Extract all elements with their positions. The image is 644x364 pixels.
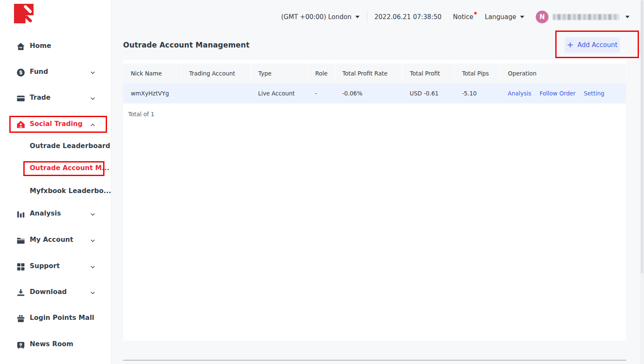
chevron-up-icon <box>90 122 96 128</box>
total-count-text: Total of 1 <box>128 111 626 118</box>
topbar-divider <box>367 12 367 22</box>
chevron-down-icon <box>90 96 96 101</box>
cell-total-profit-rate: -0.06% <box>335 83 402 104</box>
timezone-selector[interactable]: (GMT +00:00) London <box>281 13 360 21</box>
notice-badge-dot <box>474 12 477 14</box>
sidebar-item-outrade-account-management[interactable]: Outrade Account M... <box>0 160 112 177</box>
sidebar-item-login-points-mall[interactable]: Login Points Mall <box>0 310 112 327</box>
cell-nick-name: wmXyHztVYg <box>123 83 181 104</box>
timezone-label: (GMT +00:00) London <box>281 13 352 21</box>
sidebar-item-myfxbook-leaderboard[interactable]: Myfxbook Leaderbo... <box>0 183 112 200</box>
sidebar: Home $ Fund Trade Social Trading Outrade… <box>0 0 112 364</box>
datetime-display: 2022.06.21 07:38:50 <box>374 13 442 21</box>
caret-down-icon <box>355 16 360 18</box>
logo-slash-white <box>23 5 32 14</box>
download-icon <box>16 288 25 297</box>
table-row: wmXyHztVYg Live Account - -0.06% USD -0.… <box>123 83 626 104</box>
accounts-card: Nick Name Trading Account Type Role Tota… <box>123 60 626 341</box>
sidebar-item-label: Analysis <box>30 210 61 217</box>
chevron-down-icon <box>90 290 96 296</box>
sidebar-item-label: Myfxbook Leaderbo... <box>30 187 111 195</box>
setting-link[interactable]: Setting <box>584 90 604 97</box>
footer-divider <box>123 360 626 361</box>
sidebar-item-trade[interactable]: Trade <box>0 90 112 107</box>
column-header-nick-name: Nick Name <box>123 64 181 83</box>
table-header-row: Nick Name Trading Account Type Role Tota… <box>123 64 626 83</box>
sidebar-item-label: Home <box>30 42 51 50</box>
sidebar-item-label: Fund <box>30 68 48 76</box>
add-account-button[interactable]: + Add Account <box>565 37 620 53</box>
chevron-down-icon <box>90 238 96 244</box>
dollar-coin-icon: $ <box>16 68 25 77</box>
cell-total-profit: USD -0.61 <box>402 83 454 104</box>
language-label: Language <box>485 13 516 21</box>
folder-icon <box>16 236 25 245</box>
svg-text:$: $ <box>19 70 22 76</box>
scrollbar-thumb[interactable] <box>641 0 644 274</box>
sidebar-item-label: Outrade Leaderboard <box>30 142 110 150</box>
home-icon <box>16 42 25 51</box>
notice-button[interactable]: Notice <box>453 13 473 21</box>
bar-chart-icon <box>16 210 25 219</box>
sidebar-item-social-trading[interactable]: Social Trading <box>0 116 112 133</box>
cell-operation: Analysis Follow Order Setting <box>500 83 626 104</box>
follow-order-link[interactable]: Follow Order <box>540 90 576 97</box>
sidebar-item-news-room[interactable]: News Room <box>0 336 112 353</box>
language-selector[interactable]: Language <box>485 13 524 21</box>
column-header-type: Type <box>250 64 307 83</box>
cell-total-pips: -5.10 <box>454 83 500 104</box>
column-header-operation: Operation <box>500 64 626 83</box>
grid-icon <box>16 262 25 272</box>
topbar: (GMT +00:00) London 2022.06.21 07:38:50 … <box>112 0 644 34</box>
column-header-trading-account: Trading Account <box>181 64 250 83</box>
chevron-down-icon <box>90 264 96 270</box>
sidebar-item-label: Support <box>30 262 60 270</box>
sidebar-item-support[interactable]: Support <box>0 258 112 275</box>
chevron-down-icon <box>90 212 96 217</box>
sidebar-item-label: Outrade Account M... <box>30 164 110 172</box>
caret-down-icon <box>520 16 524 18</box>
accounts-table: Nick Name Trading Account Type Role Tota… <box>123 64 626 104</box>
add-account-label: Add Account <box>577 41 617 49</box>
brand-logo[interactable] <box>14 4 34 23</box>
wallet-icon <box>16 94 25 103</box>
sidebar-item-analysis[interactable]: Analysis <box>0 206 112 223</box>
column-header-total-profit: Total Profit <box>402 64 454 83</box>
column-header-total-pips: Total Pips <box>454 64 500 83</box>
news-pin-icon <box>16 340 25 350</box>
sidebar-item-label: Trade <box>30 94 51 101</box>
avatar[interactable]: N <box>536 11 548 23</box>
sidebar-item-label: Social Trading <box>30 120 82 128</box>
scrollbar-track[interactable] <box>640 0 644 364</box>
notice-label: Notice <box>453 13 473 21</box>
column-header-total-profit-rate: Total Profit Rate <box>335 64 402 83</box>
sidebar-item-download[interactable]: Download <box>0 284 112 301</box>
sidebar-item-fund[interactable]: $ Fund <box>0 64 112 81</box>
cell-trading-account <box>181 83 250 104</box>
caret-down-icon <box>625 16 630 18</box>
page-title: Outrade Account Management <box>123 41 250 49</box>
gift-icon <box>16 314 25 323</box>
avatar-initial: N <box>540 13 545 21</box>
user-menu[interactable] <box>553 14 630 20</box>
sidebar-item-label: My Account <box>30 236 73 244</box>
sidebar-item-outrade-leaderboard[interactable]: Outrade Leaderboard <box>0 138 112 155</box>
sidebar-item-label: Download <box>30 288 67 296</box>
sidebar-item-label: News Room <box>30 340 73 348</box>
plus-icon: + <box>567 41 574 49</box>
chevron-down-icon <box>90 70 96 76</box>
sidebar-item-label: Login Points Mall <box>30 314 94 322</box>
social-trading-icon <box>16 120 25 129</box>
user-name-blurred <box>553 14 619 20</box>
sidebar-item-my-account[interactable]: My Account <box>0 232 112 249</box>
column-header-role: Role <box>307 64 335 83</box>
sidebar-item-home[interactable]: Home <box>0 38 112 55</box>
cell-role: - <box>307 83 335 104</box>
analysis-link[interactable]: Analysis <box>508 90 532 97</box>
cell-type: Live Account <box>250 83 307 104</box>
